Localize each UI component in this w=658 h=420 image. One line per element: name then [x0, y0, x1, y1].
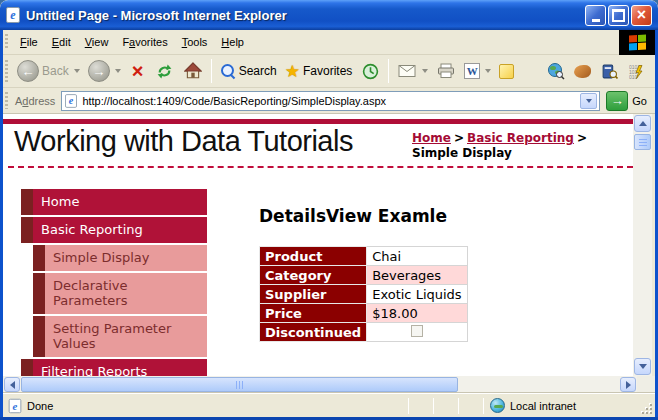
sidebar-item-label: Simple Display: [45, 245, 207, 271]
svg-text:010: 010: [629, 73, 638, 79]
url-text[interactable]: http://localhost:1409/Code/BasicReportin…: [82, 95, 576, 107]
breadcrumb-current: Simple Display: [412, 146, 512, 160]
sidebar-item-label: Setting Parameter Values: [45, 316, 207, 357]
scroll-up-button[interactable]: [634, 115, 651, 132]
menu-edit[interactable]: Edit: [45, 32, 78, 52]
vertical-scrollbar[interactable]: [633, 114, 652, 376]
menu-favorites[interactable]: Favorites: [115, 32, 174, 52]
menu-tools[interactable]: Tools: [175, 32, 215, 52]
horizontal-scroll-thumb[interactable]: [21, 377, 458, 392]
note-icon: [499, 64, 514, 79]
scroll-left-button[interactable]: [4, 377, 20, 392]
go-button[interactable]: [606, 91, 628, 111]
toolbar-separator: [388, 59, 389, 83]
menu-view[interactable]: View: [78, 32, 116, 52]
page-title: Working with Data Tutorials: [14, 125, 353, 158]
globe-search-icon: [546, 61, 566, 81]
sidebar-item-setting-parameter-values[interactable]: Setting Parameter Values: [33, 316, 207, 357]
field-label: Supplier: [260, 285, 367, 304]
windows-flag-icon: [629, 34, 646, 50]
minimize-button[interactable]: [585, 5, 606, 26]
sidebar-strip: [33, 273, 45, 314]
breadcrumb-separator: >: [454, 131, 464, 145]
ie-logo-icon: [6, 7, 20, 23]
sidebar-item-label: Filtering Reports: [33, 359, 207, 376]
breadcrumb-home-link[interactable]: Home: [412, 131, 451, 145]
status-bar: Done Local intranet: [3, 393, 655, 417]
field-value: Beverages: [367, 266, 467, 285]
addon-button[interactable]: [570, 62, 595, 81]
minimize-icon: [592, 9, 600, 22]
browser-window: Untitled Page - Microsoft Internet Explo…: [0, 0, 658, 420]
back-icon: [17, 60, 39, 82]
edit-with-word-button[interactable]: [460, 60, 495, 82]
close-button[interactable]: [631, 5, 652, 26]
horizontal-scrollbar[interactable]: [3, 376, 637, 393]
back-dropdown-icon[interactable]: [74, 69, 80, 73]
forward-dropdown-icon[interactable]: [115, 69, 121, 73]
sidebar-strip: [33, 316, 45, 357]
address-label: Address: [15, 95, 55, 107]
address-input[interactable]: http://localhost:1409/Code/BasicReportin…: [61, 91, 600, 111]
fox-icon: [574, 65, 591, 78]
print-button[interactable]: [432, 58, 460, 84]
back-button[interactable]: Back: [13, 57, 84, 85]
toolbar-grip[interactable]: [5, 92, 8, 110]
web-search-button[interactable]: [542, 58, 570, 84]
mail-dropdown-icon[interactable]: [422, 69, 428, 73]
stop-button[interactable]: [125, 59, 151, 83]
mail-button[interactable]: [393, 58, 432, 84]
history-icon: [360, 61, 380, 81]
sidebar-item-declarative-parameters[interactable]: Declarative Parameters: [33, 273, 207, 314]
word-icon: [464, 63, 480, 79]
forward-icon: [88, 60, 110, 82]
address-dropdown-button[interactable]: [580, 93, 597, 109]
vertical-scroll-thumb[interactable]: [634, 134, 651, 150]
history-button[interactable]: [356, 58, 384, 84]
title-bar[interactable]: Untitled Page - Microsoft Internet Explo…: [0, 0, 658, 30]
back-label: Back: [42, 64, 69, 78]
menu-bar: File Edit View Favorites Tools Help: [3, 30, 655, 55]
home-button[interactable]: [179, 58, 207, 84]
scroll-right-button[interactable]: [620, 377, 636, 392]
chevron-left-icon: [10, 381, 15, 389]
maximize-button[interactable]: [608, 5, 629, 26]
forward-button[interactable]: [84, 57, 125, 85]
stop-icon: [129, 62, 147, 80]
messenger-button[interactable]: 0101101010: [623, 58, 651, 84]
search-button[interactable]: Search: [216, 60, 281, 82]
research-button[interactable]: [595, 58, 623, 84]
table-row: Product Chai: [260, 247, 468, 266]
field-label: Product: [260, 247, 367, 266]
word-dropdown-icon[interactable]: [485, 69, 491, 73]
refresh-button[interactable]: [151, 58, 179, 84]
go-label[interactable]: Go: [632, 95, 647, 107]
discontinued-checkbox: [411, 325, 423, 337]
scrollbar-corner: [637, 376, 655, 393]
sidebar-item-basic-reporting[interactable]: Basic Reporting: [21, 217, 207, 243]
sidebar-strip: [21, 359, 33, 376]
menu-file[interactable]: File: [13, 32, 45, 52]
scroll-down-button[interactable]: [634, 358, 651, 375]
sidebar-item-label: Declarative Parameters: [45, 273, 207, 314]
toolbar-grip[interactable]: [5, 60, 8, 82]
local-intranet-icon: [490, 398, 505, 413]
sidebar-item-home[interactable]: Home: [21, 189, 207, 215]
field-label: Price: [260, 304, 367, 323]
resize-grip[interactable]: [640, 402, 653, 415]
sidebar-nav: Home Basic Reporting Simple Display Decl…: [21, 189, 207, 376]
sidebar-item-filtering-reports[interactable]: Filtering Reports: [21, 359, 207, 376]
favorites-label: Favorites: [303, 64, 352, 78]
menu-help[interactable]: Help: [214, 32, 251, 52]
discuss-button[interactable]: [495, 61, 518, 82]
sidebar-item-simple-display[interactable]: Simple Display: [33, 245, 207, 271]
status-page-icon: [9, 398, 22, 412]
toolbar-grip[interactable]: [5, 34, 8, 51]
field-value: Chai: [367, 247, 467, 266]
sidebar-item-label: Basic Reporting: [33, 217, 207, 243]
table-row: Supplier Exotic Liquids: [260, 285, 468, 304]
breadcrumb-section-link[interactable]: Basic Reporting: [467, 131, 574, 145]
sidebar-strip: [33, 245, 45, 271]
favorites-button[interactable]: Favorites: [281, 60, 357, 83]
close-icon: [637, 6, 646, 24]
